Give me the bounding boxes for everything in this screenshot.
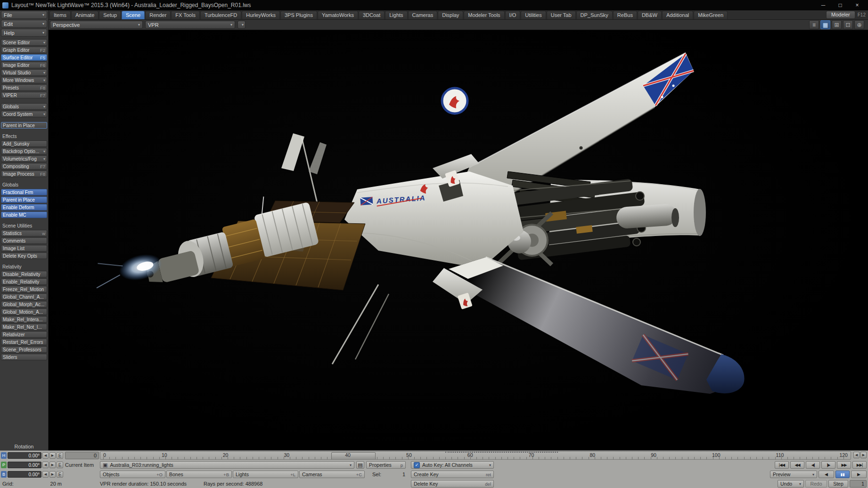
auto-key-toggle[interactable]: ✓ Auto Key: All Channels ▾ — [411, 461, 494, 469]
list-icon[interactable]: ≡ — [809, 20, 819, 29]
sidebar-button[interactable]: VIPER F7 — [1, 92, 47, 98]
item-type-button[interactable]: Bones +B — [166, 471, 232, 478]
current-frame-field[interactable]: 0 — [65, 452, 99, 459]
item-type-button[interactable]: Lights +L — [233, 471, 298, 478]
sidebar-button[interactable]: Delete Key Opts — [1, 252, 47, 259]
envelope-button[interactable]: E — [57, 471, 63, 478]
sidebar-button[interactable]: Image List — [1, 245, 47, 252]
transport-button[interactable]: ◀◀ — [790, 461, 804, 469]
menu-tab[interactable]: User Tab — [547, 11, 576, 19]
menu-tab[interactable]: Setup — [99, 11, 121, 19]
menu-tab[interactable]: Items — [49, 11, 71, 19]
timeline-ruler[interactable]: 0102030405060708090100110120 — [100, 451, 851, 460]
sidebar-button[interactable]: Fractional Frm — [1, 189, 47, 195]
sidebar-button[interactable]: Make_Rel_Intera... — [1, 316, 47, 323]
perspective-viewport[interactable]: AUSTRALIA — [49, 30, 868, 450]
sidebar-button[interactable]: Volumetrics/Fog — [1, 155, 47, 162]
sidebar-button[interactable]: Globals — [1, 103, 47, 110]
menu-tab[interactable]: I/O — [505, 11, 521, 19]
sidebar-button[interactable]: Surface Editor F5 — [1, 54, 47, 61]
transport-button[interactable]: |◀◀ — [775, 461, 789, 469]
sidebar-button[interactable]: Sliders — [1, 354, 47, 360]
menu-dropdown[interactable]: Help ▾ — [1, 29, 47, 37]
menu-tab[interactable]: DB&W — [638, 11, 662, 19]
sidebar-button[interactable]: Comments — [1, 237, 47, 244]
sidebar-button[interactable]: Scene Editor — [1, 39, 47, 46]
maximize-button-icon[interactable]: □ — [832, 0, 849, 10]
menu-tab[interactable]: TurbulenceFD — [200, 11, 241, 19]
pause-button[interactable]: ▮▮ — [835, 471, 850, 478]
shuttle-left-icon[interactable]: ◀ — [853, 452, 860, 458]
axis-b-chip[interactable]: B — [1, 471, 7, 478]
spinner-right-icon[interactable]: ▶ — [49, 452, 56, 459]
sidebar-button[interactable]: Global_Channl_A... — [1, 293, 47, 300]
zoom-icon[interactable]: ⊕ — [854, 20, 864, 29]
spinner-right-icon[interactable]: ▶ — [49, 462, 56, 468]
menu-dropdown[interactable]: Edit ▾ — [1, 20, 47, 28]
sidebar-button[interactable]: Compositing F7 — [1, 163, 47, 170]
transport-button[interactable]: |▶ — [821, 461, 835, 469]
sidebar-button[interactable]: Scene_Professors — [1, 346, 47, 353]
transport-button[interactable]: ◀| — [806, 461, 820, 469]
sidebar-button[interactable]: Parent in Place — [1, 122, 47, 129]
menu-tab[interactable]: Utilities — [521, 11, 546, 19]
delete-key-button[interactable]: Delete Key del — [411, 480, 494, 488]
sidebar-button[interactable]: Global_Morph_Ac... — [1, 301, 47, 308]
sidebar-button[interactable]: Add_Sunsky — [1, 140, 47, 147]
current-item-dropdown[interactable]: ▣ Australia_R03:running_lights ▾ — [100, 461, 354, 469]
menu-tab[interactable]: Display — [438, 11, 463, 19]
properties-button[interactable]: Properties p — [366, 461, 406, 469]
minimize-button-icon[interactable]: ─ — [815, 0, 832, 10]
create-key-button[interactable]: Create Key ret — [411, 471, 494, 478]
sidebar-button[interactable]: Statistics w — [1, 230, 47, 236]
menu-tab[interactable]: DP_SunSky — [576, 11, 613, 19]
render-mode-dropdown[interactable]: VPR ▾ — [145, 21, 235, 29]
modeler-button[interactable]: Modeler — [826, 11, 855, 19]
menu-tab[interactable]: Lights — [385, 11, 407, 19]
axis-p-chip[interactable]: P — [1, 462, 7, 468]
sidebar-button[interactable]: Enable MC — [1, 211, 47, 218]
preview-dropdown[interactable]: Preview ▾ — [770, 471, 817, 478]
menu-tab[interactable]: 3PS Plugins — [280, 11, 317, 19]
quad-view-icon[interactable]: ▦ — [820, 20, 830, 29]
menu-tab[interactable]: MikeGreen — [694, 11, 728, 19]
sidebar-button[interactable]: Enable Deform — [1, 204, 47, 211]
spinner-left-icon[interactable]: ◀ — [42, 471, 49, 478]
item-type-button[interactable]: Cameras +C — [299, 471, 365, 478]
axis-p-value[interactable]: 0.00° — [8, 462, 41, 468]
transport-button[interactable]: ▶▶ — [837, 461, 851, 469]
step-value-field[interactable]: 1 — [850, 480, 867, 488]
menu-tab[interactable]: Animate — [71, 11, 98, 19]
sidebar-button[interactable]: Disable_Relativity — [1, 271, 47, 277]
spinner-left-icon[interactable]: ◀ — [42, 452, 49, 459]
redo-button[interactable]: Redo — [805, 480, 827, 488]
menu-tab[interactable]: Cameras — [408, 11, 438, 19]
sidebar-button[interactable]: Relativizer — [1, 331, 47, 338]
play-forward-button[interactable]: ▶ — [851, 471, 867, 478]
step-button[interactable]: Step — [828, 480, 848, 488]
sidebar-button[interactable]: Parent in Place — [1, 196, 47, 203]
menu-tab[interactable]: Scene — [122, 11, 145, 19]
sidebar-button[interactable]: Virtual Studio — [1, 69, 47, 76]
sidebar-button[interactable]: Coord System — [1, 111, 47, 117]
envelope-button[interactable]: E — [57, 462, 63, 468]
envelope-button[interactable]: E — [57, 452, 63, 459]
sidebar-button[interactable]: Enable_Relativity — [1, 278, 47, 285]
sidebar-button[interactable]: Make_Rel_Not_I... — [1, 324, 47, 330]
sidebar-button[interactable]: Global_Motion_A... — [1, 309, 47, 315]
axis-h-value[interactable]: 0.00° — [8, 452, 41, 459]
grid-icon[interactable]: ⊞ — [832, 20, 842, 29]
sidebar-button[interactable]: Presets F8 — [1, 84, 47, 91]
axis-h-chip[interactable]: H — [1, 452, 7, 459]
view-mode-dropdown[interactable]: Perspective ▾ — [50, 21, 143, 29]
render-options-dropdown[interactable]: ▾ — [237, 21, 246, 29]
transport-button[interactable]: ▶▶| — [852, 461, 867, 469]
menu-tab[interactable]: Additional — [662, 11, 693, 19]
spinner-right-icon[interactable]: ▶ — [49, 471, 56, 478]
menu-tab[interactable]: 3DCoat — [359, 11, 385, 19]
undo-button[interactable]: Undo ▾ — [778, 480, 804, 488]
spinner-left-icon[interactable]: ◀ — [42, 462, 49, 468]
close-button-icon[interactable]: × — [849, 0, 866, 10]
sidebar-button[interactable]: Image Editor F6 — [1, 62, 47, 68]
item-list-button[interactable]: ▤ — [356, 461, 364, 469]
